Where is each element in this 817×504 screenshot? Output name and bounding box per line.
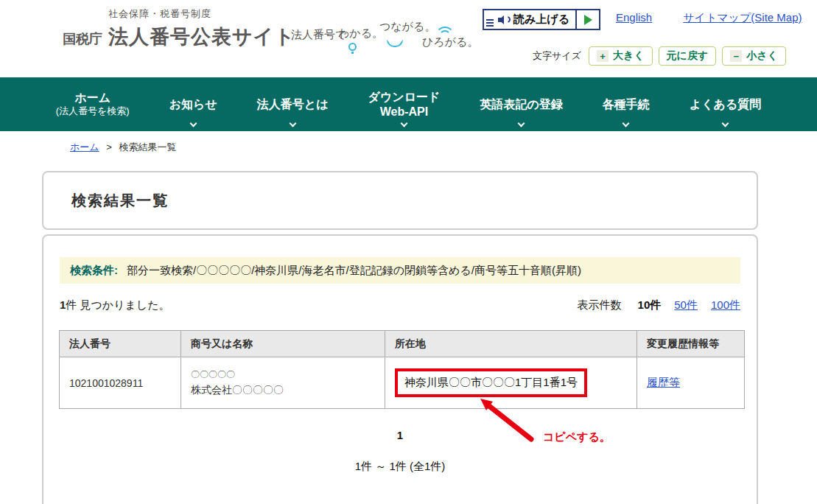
history-link[interactable]: 履歴等 <box>647 376 680 388</box>
nav-item-english-registration[interactable]: 英語表記の登録 <box>460 77 582 131</box>
pagination-current-page: 1 <box>43 429 757 441</box>
search-conditions-bar: 検索条件: 部分一致検索/〇〇〇〇〇/神奈川県/海老名市/登記記録の閉鎖等含める… <box>60 257 740 284</box>
english-link[interactable]: English <box>616 11 652 25</box>
results-found-text: 1件 見つかりました。 <box>60 298 170 312</box>
nav-item-procedures[interactable]: 各種手続 <box>583 77 670 131</box>
speaker-icon <box>498 15 510 25</box>
table-row: 1021001028911 〇〇〇〇〇 株式会社〇〇〇〇〇 神奈川県〇〇市〇〇〇… <box>60 357 745 409</box>
page: 社会保障・税番号制度 国税庁 法人番号公表サイト 法人番号で わかる。 つながる… <box>0 0 817 504</box>
results-range-text: 1件 ～ 1件 (全1件) <box>43 460 757 474</box>
font-size-controls: 文字サイズ + 大きく 元に戻す − 小さく <box>533 46 786 66</box>
font-size-label: 文字サイズ <box>533 49 581 63</box>
chevron-down-icon <box>189 120 197 127</box>
nav-item-news[interactable]: お知らせ <box>150 77 237 131</box>
column-header-history: 変更履歴情報等 <box>637 331 745 357</box>
lightbulb-icon <box>348 43 357 51</box>
display-count-label: 表示件数 <box>578 298 622 312</box>
agency-name: 国税庁 <box>63 30 102 48</box>
results-box: 検索条件: 部分一致検索/〇〇〇〇〇/神奈川県/海老名市/登記記録の閉鎖等含める… <box>42 234 758 504</box>
minus-icon: − <box>730 50 742 62</box>
plus-icon: + <box>597 50 609 62</box>
breadcrumb-separator: > <box>106 141 112 153</box>
chevron-down-icon <box>289 120 296 127</box>
waves-icon <box>439 30 451 42</box>
column-header-name: 商号又は名称 <box>181 331 385 357</box>
tagline-word-wakaru: わかる。 <box>338 27 383 41</box>
site-title: 法人番号公表サイト <box>108 24 295 50</box>
column-header-corporate-number: 法人番号 <box>60 331 181 357</box>
read-aloud-label: 読み上げる <box>513 13 569 27</box>
address-highlight-box: 神奈川県〇〇市〇〇〇1丁目1番1号 <box>395 368 587 397</box>
cell-company-name: 〇〇〇〇〇 株式会社〇〇〇〇〇 <box>181 357 385 409</box>
company-name-kana: 〇〇〇〇〇 <box>191 368 385 382</box>
play-icon <box>584 15 592 25</box>
display-count-selector: 表示件数 10件 50件 100件 <box>578 298 740 312</box>
chevron-down-icon <box>722 120 729 127</box>
nav-item-faq[interactable]: よくある質問 <box>670 77 782 131</box>
sitemap-link[interactable]: サイトマップ(Site Map) <box>683 11 802 25</box>
results-table: 法人番号 商号又は名称 所在地 変更履歴情報等 1021001028911 〇〇… <box>59 330 745 409</box>
company-name: 株式会社〇〇〇〇〇 <box>191 382 385 398</box>
count-option-100-link[interactable]: 100件 <box>711 298 740 312</box>
title-box: 検索結果一覧 <box>42 171 758 230</box>
site-logo: 社会保障・税番号制度 国税庁 法人番号公表サイト <box>63 7 295 50</box>
hamburger-icon[interactable] <box>486 19 494 27</box>
search-conditions-label: 検索条件: <box>70 264 118 278</box>
font-smaller-button[interactable]: − 小さく <box>722 46 786 66</box>
annotation-text: コピペする。 <box>543 430 611 444</box>
nav-item-about-number[interactable]: 法人番号とは <box>237 77 348 131</box>
cell-address: 神奈川県〇〇市〇〇〇1丁目1番1号 <box>385 357 637 409</box>
read-aloud-widget[interactable]: 読み上げる <box>483 9 600 30</box>
count-option-10: 10件 <box>638 298 662 312</box>
nav-item-download-webapi[interactable]: ダウンロード Web-API <box>348 77 460 131</box>
tagline-word-tsunagaru: つながる。 <box>379 20 435 34</box>
chevron-down-icon <box>623 120 630 127</box>
nav-item-home[interactable]: ホーム (法人番号を検索) <box>36 77 150 131</box>
cell-history: 履歴等 <box>637 357 745 409</box>
count-option-50-link[interactable]: 50件 <box>674 298 698 312</box>
breadcrumb-home-link[interactable]: ホーム <box>70 141 99 153</box>
column-header-address: 所在地 <box>385 331 637 357</box>
read-aloud-play-button[interactable] <box>575 10 599 29</box>
system-label: 社会保障・税番号制度 <box>63 7 295 21</box>
main-nav: ホーム (法人番号を検索) お知らせ 法人番号とは ダウンロード Web-API… <box>0 77 817 131</box>
cell-corporate-number: 1021001028911 <box>60 357 181 409</box>
handshake-icon <box>387 40 403 47</box>
chevron-down-icon <box>518 120 525 127</box>
chevron-down-icon <box>401 120 408 127</box>
search-conditions-text: 部分一致検索/〇〇〇〇〇/神奈川県/海老名市/登記記録の閉鎖等含める/商号等五十… <box>127 264 581 278</box>
breadcrumb-current: 検索結果一覧 <box>119 141 176 153</box>
breadcrumb: ホーム > 検索結果一覧 <box>70 141 176 154</box>
font-larger-button[interactable]: + 大きく <box>589 46 653 66</box>
tagline: 法人番号で わかる。 つながる。 ひろがる。 <box>291 16 479 60</box>
page-title: 検索結果一覧 <box>71 191 169 211</box>
font-reset-button[interactable]: 元に戻す <box>659 46 717 66</box>
